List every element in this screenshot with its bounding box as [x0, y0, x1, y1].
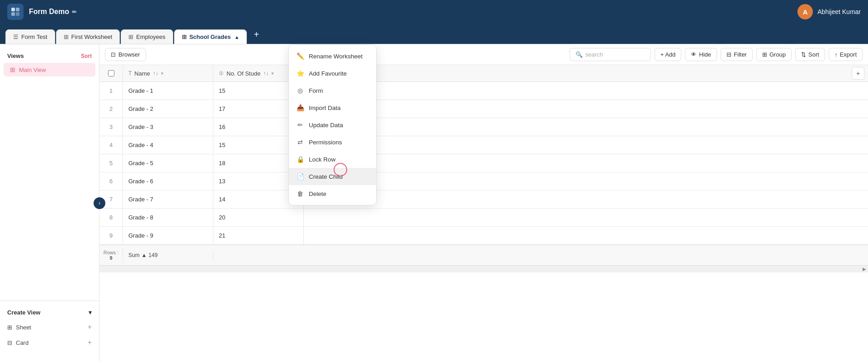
rows-count: 9 — [99, 255, 123, 261]
sheet-option[interactable]: ⊞ Sheet + — [5, 320, 94, 334]
row-cell-count: 20 — [213, 209, 304, 226]
delete-icon: 🗑 — [296, 190, 304, 198]
tab-icon-school-grades: ⊞ — [182, 33, 187, 40]
main-content: Views Sort ⊞ Main View Create View ▾ ⊞ S… — [0, 44, 868, 362]
menu-label-update: Update Data — [309, 122, 343, 129]
add-button[interactable]: + Add — [655, 48, 682, 61]
sort-label: Sort — [808, 51, 819, 58]
menu-item-import[interactable]: 📥 Import Data — [289, 99, 376, 116]
sidebar: Views Sort ⊞ Main View Create View ▾ ⊞ S… — [0, 44, 99, 362]
menu-item-lockrow[interactable]: 🔒 Lock Row — [289, 151, 376, 168]
search-icon: 🔍 — [576, 51, 583, 58]
tab-form-test[interactable]: ☰ Form Test — [5, 29, 55, 44]
select-all-checkbox[interactable] — [108, 70, 114, 76]
group-label: Group — [769, 51, 786, 58]
group-icon: ⊞ — [762, 51, 767, 58]
svg-rect-0 — [11, 8, 15, 11]
browser-icon: ⊡ — [111, 51, 116, 58]
menu-item-form[interactable]: ◎ Form — [289, 82, 376, 99]
sidebar-item-main-view[interactable]: ⊞ Main View — [4, 63, 95, 76]
no-col-menu-icon[interactable]: ▾ — [271, 71, 274, 76]
row-cell-name: Grade - 7 — [123, 191, 213, 208]
name-col-menu-icon[interactable]: ▾ — [161, 71, 164, 76]
sum-arrow-icon: ▲ — [142, 252, 147, 258]
row-cell-name: Grade - 1 — [123, 82, 213, 100]
topbar-left: Form Demo ✏ — [7, 4, 77, 20]
sort-button[interactable]: ⇅ Sort — [795, 48, 825, 61]
row-cell-name: Grade - 8 — [123, 209, 213, 226]
edit-icon[interactable]: ✏ — [72, 9, 77, 15]
browser-label: Browser — [118, 51, 140, 58]
app-title-text: Form Demo — [29, 8, 69, 16]
sheet-icon: ⊞ — [7, 324, 12, 331]
context-dropdown-menu: ✏️ Rename Worksheet ⭐ Add Favourite ◎ Fo… — [288, 44, 377, 205]
menu-item-update[interactable]: ✏ Update Data — [289, 116, 376, 133]
sort-icon: ⇅ — [801, 51, 806, 58]
export-label: Export — [840, 51, 857, 58]
tab-label-form-test: Form Test — [21, 33, 47, 40]
add-sheet-icon[interactable]: + — [88, 323, 92, 331]
name-col-label: Name — [134, 70, 150, 77]
create-view-header[interactable]: Create View ▾ — [5, 306, 94, 319]
views-header: Views Sort — [0, 50, 99, 62]
add-tab-button[interactable]: + — [250, 28, 263, 41]
menu-label-permissions: Permissions — [309, 139, 342, 146]
row-cell-name: Grade - 3 — [123, 118, 213, 136]
col-header-name[interactable]: T Name ↑↓ ▾ — [123, 66, 213, 81]
name-sort-icon[interactable]: ↑↓ — [153, 70, 158, 76]
tab-icon-first-worksheet: ⊞ — [64, 33, 69, 40]
col-add-action: + — [304, 65, 868, 81]
no-sort-icon[interactable]: ↑↓ — [263, 70, 269, 76]
horizontal-scrollbar[interactable]: ▶ — [99, 265, 868, 272]
footer-rows: Rows : 9 — [99, 248, 123, 262]
main-view-label: Main View — [19, 67, 46, 73]
menu-item-permissions[interactable]: ⇄ Permissions — [289, 133, 376, 151]
app-logo — [7, 4, 24, 20]
tab-icon-employees: ⊞ — [128, 33, 133, 40]
avatar: A — [797, 4, 813, 19]
row-number: 8 — [99, 209, 123, 226]
sort-button[interactable]: Sort — [81, 53, 92, 59]
table-row: 6 Grade - 6 13 — [99, 172, 868, 191]
row-number: 3 — [99, 118, 123, 136]
menu-item-rename[interactable]: ✏️ Rename Worksheet — [289, 48, 376, 65]
rename-icon: ✏️ — [296, 52, 304, 60]
menu-label-lockrow: Lock Row — [309, 156, 335, 163]
sum-value: 149 — [149, 252, 158, 258]
add-column-button[interactable]: + — [852, 67, 864, 80]
menu-item-favourite[interactable]: ⭐ Add Favourite — [289, 65, 376, 82]
menu-label-import: Import Data — [309, 105, 341, 111]
sidebar-collapse-button[interactable]: ‹ — [94, 197, 105, 209]
tab-employees[interactable]: ⊞ Employees — [121, 29, 173, 44]
tab-first-worksheet[interactable]: ⊞ First Worksheet — [56, 29, 120, 44]
card-label: Card — [16, 339, 28, 346]
tab-school-grades[interactable]: ⊞ School Grades ▲ — [174, 29, 247, 44]
no-col-type-icon: ① — [219, 70, 224, 76]
chevron-down-icon: ▾ — [89, 309, 92, 316]
lockrow-icon: 🔒 — [296, 155, 304, 163]
add-card-icon[interactable]: + — [88, 338, 92, 347]
hide-button[interactable]: 👁 Hide — [685, 48, 717, 61]
browser-button[interactable]: ⊡ Browser — [105, 48, 146, 61]
row-cell-name: Grade - 9 — [123, 227, 213, 244]
permissions-icon: ⇄ — [296, 138, 304, 146]
row-cell-name: Grade - 6 — [123, 172, 213, 190]
row-number: 1 — [99, 82, 123, 100]
toolbar-right: 🔍 search + Add 👁 Hide ⊟ Filter ⊞ Group — [570, 48, 863, 61]
row-number: 6 — [99, 172, 123, 190]
export-button[interactable]: ↑ Export — [829, 48, 863, 61]
filter-icon: ⊟ — [726, 51, 731, 58]
menu-item-delete[interactable]: 🗑 Delete — [289, 185, 376, 202]
card-icon: ⊟ — [7, 339, 12, 346]
app-title: Form Demo ✏ — [29, 8, 77, 16]
menu-item-createchild[interactable]: 📄 Create Child — [289, 168, 376, 185]
select-all-cell — [99, 66, 123, 81]
grid-icon: ⊞ — [10, 66, 15, 73]
group-button[interactable]: ⊞ Group — [756, 48, 792, 61]
card-option[interactable]: ⊟ Card + — [5, 336, 94, 349]
scroll-right-icon[interactable]: ▶ — [863, 267, 866, 272]
menu-label-delete: Delete — [309, 191, 326, 197]
filter-button[interactable]: ⊟ Filter — [721, 48, 753, 61]
search-box[interactable]: 🔍 search — [570, 48, 651, 61]
update-icon: ✏ — [296, 121, 304, 129]
